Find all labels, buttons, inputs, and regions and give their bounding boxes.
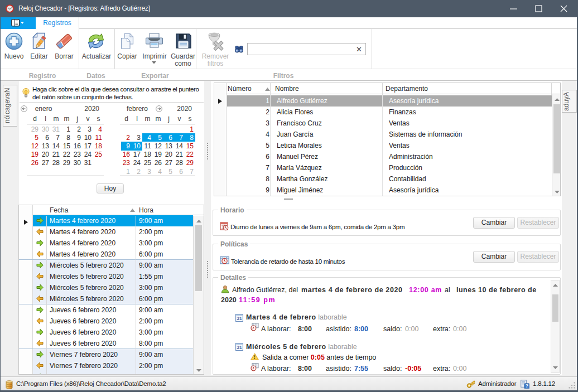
svg-text:?: ?: [526, 383, 528, 389]
svg-text:31: 31: [237, 316, 242, 321]
svg-text:31: 31: [237, 345, 242, 350]
